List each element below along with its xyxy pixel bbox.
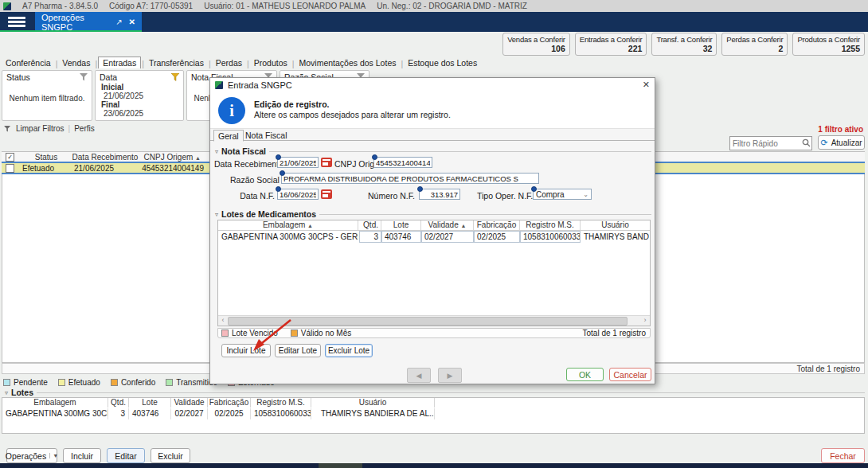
cell-status: Efetuado: [22, 164, 54, 173]
lotes-cell-qtd[interactable]: 3: [108, 408, 129, 419]
atualizar-button[interactable]: ⟳ Atualizar: [818, 135, 865, 150]
hamburger-menu-icon[interactable]: [8, 17, 25, 27]
dcell-fabricacao[interactable]: 02/2025: [474, 231, 520, 243]
tab-entradas[interactable]: Entradas: [98, 57, 141, 68]
collapse-icon[interactable]: ▿: [215, 148, 218, 155]
fechar-button[interactable]: Fechar: [821, 448, 865, 463]
lotes-col-fabricacao[interactable]: Fabricação: [208, 398, 251, 408]
arrow-right-icon: ▶: [448, 372, 453, 380]
tab-estoque-dos-lotes[interactable]: Estoque dos Lotes: [404, 57, 481, 68]
arrow-left-icon: ◀: [416, 372, 422, 380]
card-label: Produtos a Conferir: [797, 35, 860, 44]
lotes-col-registro[interactable]: Registro M.S.: [251, 398, 311, 408]
col-header-cnpj-origem[interactable]: CNPJ Origem ▲: [139, 153, 201, 162]
dialog-close-icon[interactable]: ✕: [643, 80, 650, 90]
calendar-icon[interactable]: [321, 189, 332, 199]
lotes-cell-embalagem[interactable]: GABAPENTINA 300MG 30CPS - ...: [2, 408, 108, 419]
dialog-tab-nota-fiscal[interactable]: Nota Fiscal: [241, 130, 291, 141]
lotes-cell-usuario[interactable]: THAMIRYS BANDIERA DE AL...: [311, 408, 435, 419]
cell-cnpj-origem: 45453214004149: [139, 164, 204, 173]
numero-nf-input[interactable]: [419, 189, 460, 200]
quick-filter-input[interactable]: [730, 139, 802, 148]
dialog-app-icon: [215, 81, 223, 89]
popout-icon[interactable]: ↗: [115, 18, 122, 26]
dcol-registro[interactable]: Registro M.S.: [520, 220, 581, 231]
collapse-icon[interactable]: ▿: [215, 211, 218, 218]
scrollbar-thumb[interactable]: [228, 317, 628, 326]
cell-data-recebimento: 21/06/2025: [74, 164, 114, 173]
perfis-link[interactable]: Perfis: [74, 124, 95, 133]
tab-movimentacoes-dos-lotes[interactable]: Movimentações dos Lotes: [295, 57, 400, 68]
dialog-lot-legend: Lote Vencido Válido no Mês Total de 1 re…: [217, 328, 651, 338]
card-produtos-a-conferir[interactable]: Produtos a Conferir 1255: [792, 33, 865, 56]
card-transf-a-conferir[interactable]: Transf. a Conferir 32: [651, 33, 717, 56]
dcell-embalagem[interactable]: GABAPENTINA 300MG 30CPS - GERMED: [218, 231, 359, 243]
legend-color-swatch: [166, 379, 173, 386]
dcol-qtd[interactable]: Qtd.: [358, 220, 381, 231]
editar-lote-button[interactable]: Editar Lote: [275, 344, 321, 357]
card-entradas-a-conferir[interactable]: Entradas a Conferir 221: [575, 33, 647, 56]
tab-transferencias[interactable]: Transferências: [145, 57, 208, 68]
tab-perdas[interactable]: Perdas: [212, 57, 246, 68]
legend-color-swatch: [111, 379, 118, 386]
scroll-left-icon[interactable]: ‹: [218, 316, 228, 325]
lotes-col-lote[interactable]: Lote: [129, 398, 171, 408]
tab-produtos[interactable]: Produtos: [250, 57, 291, 68]
card-vendas-a-conferir[interactable]: Vendas a Conferir 106: [502, 33, 570, 56]
lotes-cell-registro[interactable]: 1058310060033: [251, 408, 311, 419]
lotes-cell-validade[interactable]: 02/2027: [171, 408, 208, 419]
calendar-icon[interactable]: [321, 158, 332, 167]
lotes-cell-lote[interactable]: 403746: [129, 408, 171, 419]
select-all-checkbox[interactable]: ✓: [6, 153, 14, 162]
incluir-button[interactable]: Incluir: [63, 448, 101, 463]
dcol-embalagem[interactable]: Embalagem ▲: [218, 220, 358, 231]
lotes-col-usuario[interactable]: Usuário: [311, 398, 435, 408]
filter-data-final-label: Final: [101, 100, 183, 109]
tab-vendas[interactable]: Vendas: [58, 57, 94, 68]
card-perdas-a-conferir[interactable]: Perdas a Conferir 2: [721, 33, 788, 56]
lotes-cell-fabricacao[interactable]: 02/2025: [208, 408, 251, 419]
tab-conferencia[interactable]: Conferência: [2, 57, 55, 68]
dcell-lote[interactable]: 403746: [381, 231, 421, 243]
ok-button[interactable]: OK: [566, 368, 604, 381]
cnpj-origem-input[interactable]: [373, 157, 432, 168]
collapse-icon[interactable]: ▿: [5, 389, 8, 396]
dcell-usuario[interactable]: THAMIRYS BANDIERA DE AL...: [581, 231, 650, 243]
editar-button[interactable]: Editar: [107, 448, 145, 463]
row-checkbox[interactable]: [6, 164, 14, 173]
operacoes-button[interactable]: Operações ▼: [6, 448, 57, 463]
excluir-button[interactable]: Excluir: [151, 448, 190, 463]
nav-tab-operacoes-sngpc[interactable]: Operações SNGPC ↗ ✕: [35, 12, 142, 32]
next-record-button[interactable]: ▶: [438, 368, 462, 383]
horizontal-scrollbar[interactable]: ‹ ›: [218, 315, 650, 326]
col-header-data-recebimento[interactable]: Data Recebimento: [72, 153, 139, 162]
data-nf-input[interactable]: [277, 189, 319, 200]
dcol-lote[interactable]: Lote: [381, 220, 421, 231]
dcell-registro[interactable]: 1058310060033: [520, 231, 581, 243]
dcell-qtd[interactable]: 3: [359, 231, 381, 243]
excluir-lote-button[interactable]: Excluir Lote: [325, 344, 373, 357]
lotes-col-embalagem[interactable]: Embalagem: [2, 398, 108, 408]
limpar-filtros-link[interactable]: Limpar Filtros: [16, 124, 65, 133]
funnel-icon[interactable]: [80, 73, 88, 81]
funnel-active-icon[interactable]: [171, 73, 180, 81]
dialog-tab-geral[interactable]: Geral: [213, 130, 244, 142]
app-title: A7 Pharma - 3.84.5.0: [22, 2, 98, 10]
dcol-fabricacao[interactable]: Fabricação: [474, 220, 520, 231]
dcell-validade[interactable]: 02/2027: [421, 231, 474, 243]
close-tab-icon[interactable]: ✕: [129, 18, 135, 26]
dcol-validade[interactable]: Validade ▲: [421, 220, 474, 231]
previous-record-button[interactable]: ◀: [407, 368, 431, 383]
lotes-col-qtd[interactable]: Qtd.: [108, 398, 129, 408]
col-header-status[interactable]: Status: [21, 153, 72, 162]
tipo-oper-nf-select[interactable]: Compra ⌄: [533, 189, 592, 200]
card-label: Vendas a Conferir: [507, 35, 565, 44]
data-recebimento-input[interactable]: [277, 157, 319, 168]
dialog-lotes-table: Embalagem ▲ Qtd. Lote Validade ▲ Fabrica…: [217, 220, 651, 326]
incluir-lote-button[interactable]: Incluir Lote: [221, 344, 271, 357]
lotes-col-validade[interactable]: Validade: [171, 398, 208, 408]
razao-social-input[interactable]: [281, 173, 539, 184]
dcol-usuario[interactable]: Usuário: [581, 220, 650, 231]
scroll-right-icon[interactable]: ›: [640, 316, 650, 325]
cancelar-button[interactable]: Cancelar: [609, 368, 651, 381]
